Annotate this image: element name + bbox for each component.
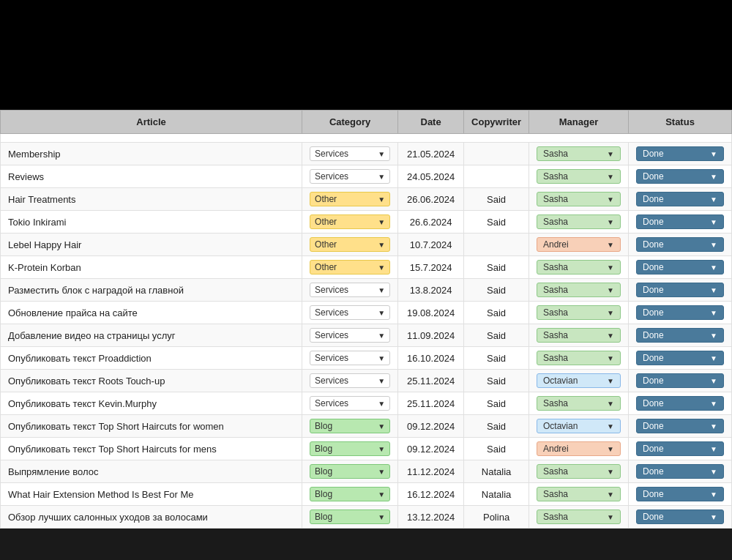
cell-manager[interactable]: Octavian▼	[529, 415, 629, 438]
cell-manager[interactable]: Andrei▼	[529, 438, 629, 460]
cell-category[interactable]: Services▼	[302, 165, 398, 188]
category-dropdown[interactable]: Other▼	[310, 260, 390, 275]
cell-manager[interactable]: Octavian▼	[529, 370, 629, 392]
status-dropdown[interactable]: Done▼	[636, 283, 724, 297]
cell-manager[interactable]: Sasha▼	[529, 302, 629, 324]
category-dropdown[interactable]: Blog▼	[310, 441, 390, 456]
cell-manager[interactable]: Sasha▼	[529, 460, 629, 483]
cell-category[interactable]: Other▼	[302, 188, 398, 211]
category-dropdown[interactable]: Services▼	[310, 396, 390, 411]
cell-status[interactable]: Done▼	[629, 165, 732, 188]
manager-dropdown[interactable]: Sasha▼	[537, 146, 621, 161]
cell-manager[interactable]: Sasha▼	[529, 143, 629, 165]
cell-category[interactable]: Services▼	[302, 143, 398, 165]
status-dropdown[interactable]: Done▼	[636, 192, 724, 206]
status-dropdown[interactable]: Done▼	[636, 237, 724, 252]
status-dropdown[interactable]: Done▼	[636, 419, 724, 433]
category-dropdown[interactable]: Other▼	[310, 192, 390, 206]
cell-manager[interactable]: Sasha▼	[529, 483, 629, 506]
cell-category[interactable]: Blog▼	[302, 415, 398, 438]
status-dropdown[interactable]: Done▼	[636, 351, 724, 365]
status-dropdown[interactable]: Done▼	[636, 214, 724, 229]
cell-category[interactable]: Blog▼	[302, 438, 398, 460]
cell-manager[interactable]: Andrei▼	[529, 234, 629, 256]
status-dropdown[interactable]: Done▼	[636, 169, 724, 184]
cell-status[interactable]: Done▼	[629, 392, 732, 415]
cell-status[interactable]: Done▼	[629, 143, 732, 165]
category-dropdown[interactable]: Other▼	[310, 214, 390, 229]
cell-category[interactable]: Services▼	[302, 370, 398, 392]
status-dropdown[interactable]: Done▼	[636, 305, 724, 320]
manager-dropdown[interactable]: Sasha▼	[537, 328, 621, 343]
category-dropdown[interactable]: Services▼	[310, 328, 390, 343]
category-dropdown[interactable]: Services▼	[310, 169, 390, 184]
status-dropdown[interactable]: Done▼	[636, 260, 724, 275]
status-dropdown[interactable]: Done▼	[636, 464, 724, 479]
cell-category[interactable]: Services▼	[302, 347, 398, 370]
cell-status[interactable]: Done▼	[629, 211, 732, 234]
status-dropdown[interactable]: Done▼	[636, 509, 724, 524]
manager-dropdown[interactable]: Sasha▼	[537, 464, 621, 479]
cell-status[interactable]: Done▼	[629, 188, 732, 211]
category-dropdown[interactable]: Blog▼	[310, 509, 390, 524]
manager-dropdown[interactable]: Sasha▼	[537, 487, 621, 501]
status-dropdown[interactable]: Done▼	[636, 441, 724, 456]
category-dropdown[interactable]: Services▼	[310, 146, 390, 161]
category-dropdown[interactable]: Blog▼	[310, 487, 390, 501]
cell-manager[interactable]: Sasha▼	[529, 347, 629, 370]
category-dropdown[interactable]: Services▼	[310, 373, 390, 388]
cell-category[interactable]: Blog▼	[302, 506, 398, 529]
cell-manager[interactable]: Sasha▼	[529, 165, 629, 188]
cell-status[interactable]: Done▼	[629, 438, 732, 460]
category-dropdown[interactable]: Other▼	[310, 237, 390, 252]
cell-category[interactable]: Other▼	[302, 211, 398, 234]
status-dropdown[interactable]: Done▼	[636, 146, 724, 161]
cell-category[interactable]: Services▼	[302, 279, 398, 302]
category-dropdown[interactable]: Services▼	[310, 305, 390, 320]
category-dropdown[interactable]: Services▼	[310, 283, 390, 297]
status-dropdown[interactable]: Done▼	[636, 487, 724, 501]
cell-status[interactable]: Done▼	[629, 234, 732, 256]
cell-category[interactable]: Services▼	[302, 302, 398, 324]
cell-manager[interactable]: Sasha▼	[529, 279, 629, 302]
manager-dropdown[interactable]: Sasha▼	[537, 305, 621, 320]
manager-dropdown[interactable]: Andrei▼	[537, 237, 621, 252]
manager-dropdown[interactable]: Sasha▼	[537, 260, 621, 275]
manager-dropdown[interactable]: Sasha▼	[537, 214, 621, 229]
manager-dropdown[interactable]: Octavian▼	[537, 419, 621, 433]
manager-dropdown[interactable]: Octavian▼	[537, 373, 621, 388]
status-dropdown[interactable]: Done▼	[636, 373, 724, 388]
cell-category[interactable]: Services▼	[302, 324, 398, 347]
category-dropdown[interactable]: Blog▼	[310, 419, 390, 433]
cell-category[interactable]: Other▼	[302, 234, 398, 256]
cell-category[interactable]: Other▼	[302, 256, 398, 279]
cell-status[interactable]: Done▼	[629, 347, 732, 370]
manager-dropdown[interactable]: Sasha▼	[537, 192, 621, 206]
cell-status[interactable]: Done▼	[629, 256, 732, 279]
category-dropdown[interactable]: Services▼	[310, 351, 390, 365]
cell-status[interactable]: Done▼	[629, 279, 732, 302]
category-dropdown[interactable]: Blog▼	[310, 464, 390, 479]
manager-dropdown[interactable]: Sasha▼	[537, 169, 621, 184]
cell-status[interactable]: Done▼	[629, 460, 732, 483]
cell-manager[interactable]: Sasha▼	[529, 324, 629, 347]
manager-dropdown[interactable]: Andrei▼	[537, 441, 621, 456]
cell-category[interactable]: Blog▼	[302, 460, 398, 483]
manager-dropdown[interactable]: Sasha▼	[537, 509, 621, 524]
cell-status[interactable]: Done▼	[629, 370, 732, 392]
manager-dropdown[interactable]: Sasha▼	[537, 283, 621, 297]
cell-status[interactable]: Done▼	[629, 506, 732, 529]
manager-dropdown[interactable]: Sasha▼	[537, 396, 621, 411]
cell-status[interactable]: Done▼	[629, 415, 732, 438]
status-dropdown[interactable]: Done▼	[636, 328, 724, 343]
cell-manager[interactable]: Sasha▼	[529, 188, 629, 211]
cell-manager[interactable]: Sasha▼	[529, 211, 629, 234]
cell-category[interactable]: Services▼	[302, 392, 398, 415]
cell-manager[interactable]: Sasha▼	[529, 256, 629, 279]
cell-status[interactable]: Done▼	[629, 324, 732, 347]
cell-status[interactable]: Done▼	[629, 483, 732, 506]
cell-category[interactable]: Blog▼	[302, 483, 398, 506]
cell-manager[interactable]: Sasha▼	[529, 506, 629, 529]
manager-dropdown[interactable]: Sasha▼	[537, 351, 621, 365]
cell-status[interactable]: Done▼	[629, 302, 732, 324]
